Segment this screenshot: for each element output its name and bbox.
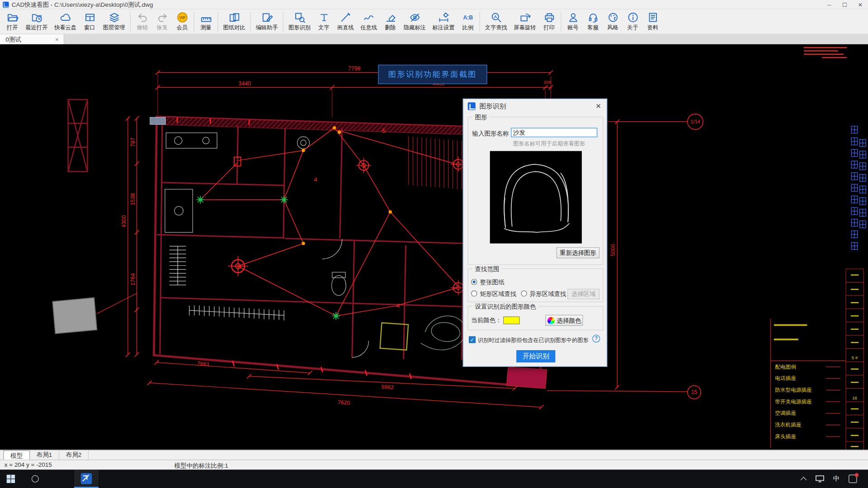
- search-icon: [32, 475, 39, 483]
- svg-text:787: 787: [130, 137, 136, 147]
- redo-icon: [156, 11, 168, 23]
- toolbar-text-button[interactable]: 文字: [314, 10, 334, 32]
- tab-layout2[interactable]: 布局2: [59, 450, 89, 460]
- line-icon: [340, 11, 351, 23]
- svg-text:7798: 7798: [348, 66, 360, 72]
- toolbar-cloud-button[interactable]: 快看云盘: [51, 10, 80, 32]
- start-button[interactable]: [0, 470, 23, 488]
- start-recognition-button[interactable]: 开始识别: [516, 350, 555, 362]
- svg-text:A:B: A:B: [463, 14, 473, 20]
- svg-text:5 #: 5 #: [852, 355, 858, 360]
- drawing-canvas[interactable]: 5 4 4 7798 3440 4400: [0, 44, 868, 450]
- toolbar-recent-button[interactable]: 最近打开: [22, 10, 51, 32]
- radio-rect-area-label[interactable]: 矩形区域查找: [480, 290, 517, 298]
- svg-text:床头插座: 床头插座: [775, 433, 796, 439]
- select-area-button[interactable]: 选择区域: [567, 289, 599, 299]
- ruler-icon: [200, 11, 212, 23]
- shape-recognition-icon: [294, 11, 306, 23]
- minimize-button[interactable]: ─: [821, 0, 837, 9]
- vip-badge-icon: VIP: [176, 11, 188, 23]
- toolbar-compare-button[interactable]: 图纸对比: [220, 10, 249, 32]
- toolbar-window-button[interactable]: 窗口: [80, 10, 99, 32]
- tab-model[interactable]: 模型: [3, 450, 30, 460]
- toolbar-support-button[interactable]: 客服: [583, 10, 603, 32]
- windows-logo-icon: [7, 475, 15, 483]
- svg-text:5000: 5000: [610, 244, 616, 256]
- dialog-titlebar[interactable]: 图形识别 ✕: [463, 99, 607, 113]
- radio-whole-sheet-label[interactable]: 整张图纸: [480, 278, 505, 286]
- toolbar-measure-button[interactable]: 测量: [196, 10, 216, 32]
- close-button[interactable]: ✕: [853, 0, 868, 9]
- toolbar-account-button[interactable]: 账号: [563, 10, 583, 32]
- annotation-scale-text: 模型中的标注比例:1: [175, 461, 228, 469]
- filter-checkbox[interactable]: ✓: [469, 336, 476, 343]
- annotation-banner: 图形识别功能界面截图: [378, 65, 487, 84]
- toolbar-separator: [217, 12, 218, 32]
- svg-text:4: 4: [314, 176, 317, 183]
- notification-center-icon[interactable]: [849, 475, 857, 483]
- current-color-label: 当前颜色：: [471, 316, 501, 324]
- toolbar-about-button[interactable]: 关于: [623, 10, 643, 32]
- toolbar-redo-button[interactable]: 恢复: [152, 10, 172, 32]
- display-icon[interactable]: [816, 475, 825, 483]
- svg-text:VIP: VIP: [179, 15, 185, 20]
- palette-icon: [607, 11, 619, 23]
- toolbar-text-search-button[interactable]: A文字查找: [481, 10, 510, 32]
- dialog-close-icon[interactable]: ✕: [592, 101, 604, 112]
- tab-layout1[interactable]: 布局1: [30, 450, 59, 460]
- floor-plan-drawing: 5 4 4 7798 3440 4400: [0, 44, 868, 450]
- svg-text:15: 15: [691, 389, 698, 395]
- svg-text:1/14: 1/14: [690, 119, 700, 124]
- cad-app-icon: [80, 472, 93, 484]
- title-strip-group: 5 # 16: [804, 47, 866, 450]
- maximize-button[interactable]: ☐: [837, 0, 852, 9]
- tab-close-icon[interactable]: ×: [53, 36, 60, 43]
- choose-color-button[interactable]: 选择颜色: [545, 315, 583, 326]
- search-button[interactable]: [23, 470, 47, 488]
- toolbar-vip-button[interactable]: VIP会员: [172, 10, 192, 32]
- toolbar-edit-assistant-button[interactable]: 编辑助手: [252, 10, 281, 32]
- radio-whole-sheet[interactable]: [471, 279, 477, 285]
- dialog-title: 图形识别: [479, 102, 506, 111]
- toolbar-materials-button[interactable]: 资料: [643, 10, 663, 32]
- text-search-icon: A: [490, 11, 502, 23]
- svg-text:1538: 1538: [130, 193, 136, 205]
- svg-text:3440: 3440: [239, 80, 251, 87]
- svg-text:防水型电源插座: 防水型电源插座: [775, 387, 812, 393]
- taskbar-cad-app-button[interactable]: [74, 470, 99, 488]
- toolbar-draw-line-button[interactable]: 画直线: [334, 10, 357, 32]
- undo-icon: [137, 11, 148, 23]
- sofa-preview-drawing: [490, 151, 582, 243]
- toolbar-free-line-button[interactable]: 任意线: [357, 10, 380, 32]
- reselect-graphic-button[interactable]: 重新选择图形: [557, 247, 600, 258]
- toolbar-undo-button[interactable]: 撤销: [132, 10, 152, 32]
- input-language-indicator[interactable]: 中: [833, 474, 840, 483]
- toolbar-open-button[interactable]: 打开: [2, 10, 22, 32]
- toolbar-hide-annotation-button[interactable]: 隐藏标注: [400, 10, 429, 32]
- document-icon: [647, 11, 659, 23]
- doc-tab-0-test[interactable]: 0测试 ×: [0, 34, 64, 44]
- svg-text:洗衣机插座: 洗衣机插座: [775, 422, 802, 427]
- radio-poly-area[interactable]: [521, 291, 527, 296]
- help-icon[interactable]: ?: [592, 335, 600, 343]
- tray-expand-icon[interactable]: [801, 477, 807, 483]
- toolbar-delete-button[interactable]: 删除: [380, 10, 400, 32]
- window-icon: [84, 11, 96, 23]
- toolbar-annotation-settings-button[interactable]: 标注设置: [429, 10, 458, 32]
- toolbar-shape-recognition-button[interactable]: 图形识别: [285, 10, 314, 32]
- toolbar-style-button[interactable]: 风格: [603, 10, 623, 32]
- graphic-name-input[interactable]: [511, 128, 597, 137]
- vertical-blue-text: [851, 126, 866, 249]
- toolbar-layers-button[interactable]: 图层管理: [99, 10, 128, 32]
- radio-rect-area[interactable]: [471, 291, 477, 296]
- toolbar-print-button[interactable]: 打印: [539, 10, 559, 32]
- filter-checkbox-label[interactable]: 识别时过滤掉那些包含在已识别图形中的图形: [478, 336, 589, 344]
- circuit-group: 5 4 4: [97, 117, 466, 379]
- toolbar-screen-rotate-button[interactable]: 屏幕旋转: [510, 10, 539, 32]
- name-label: 输入图形名称：: [472, 130, 514, 138]
- dimension-settings-icon: [438, 11, 449, 23]
- toolbar-scale-button[interactable]: A:B比例: [458, 10, 478, 32]
- app-logo-icon: [3, 1, 9, 7]
- svg-text:配电图例: 配电图例: [775, 364, 796, 370]
- radio-poly-area-label[interactable]: 异形区域查找: [530, 290, 566, 298]
